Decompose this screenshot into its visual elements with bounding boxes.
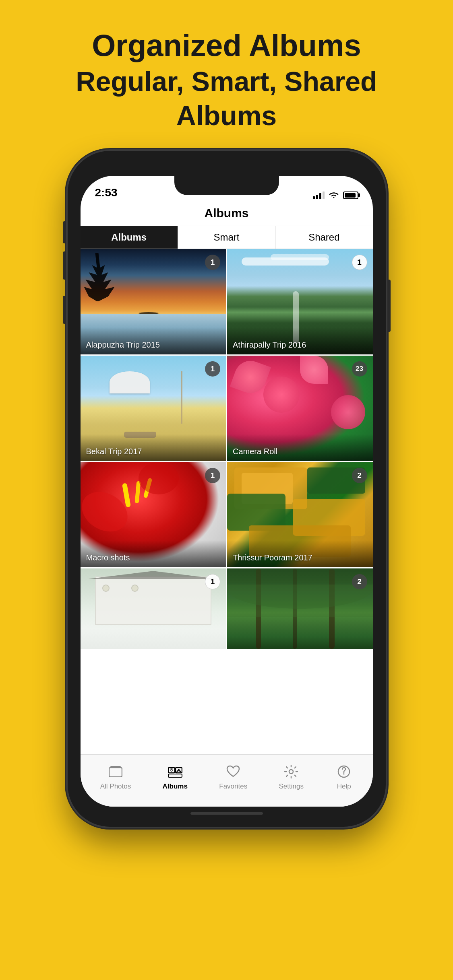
mute-button xyxy=(63,221,66,243)
albums-icon xyxy=(166,763,184,780)
help-icon xyxy=(335,763,353,780)
settings-icon xyxy=(282,763,300,780)
tab-shared[interactable]: Shared xyxy=(275,226,372,249)
all-photos-label: All Photos xyxy=(100,782,131,791)
help-label: Help xyxy=(337,782,351,791)
album-item[interactable]: 1 Alappuzha Trip 2015 xyxy=(81,249,226,354)
signal-icon xyxy=(313,191,325,199)
volume-down-button xyxy=(63,296,66,324)
album-label: Camera Roll xyxy=(227,434,373,461)
power-button xyxy=(387,280,391,332)
album-item[interactable]: 23 Camera Roll xyxy=(227,356,373,461)
title-line2: Regular, Smart, Shared Albums xyxy=(24,64,429,133)
tab-settings[interactable]: Settings xyxy=(279,763,304,791)
tab-smart[interactable]: Smart xyxy=(178,226,275,249)
all-photos-icon xyxy=(107,763,124,780)
album-count-badge: 2 xyxy=(352,468,367,483)
svg-point-6 xyxy=(289,770,293,774)
album-item[interactable]: 2 xyxy=(227,568,373,649)
album-count-badge: 1 xyxy=(205,468,220,483)
tab-favorites[interactable]: Favorites xyxy=(219,763,247,791)
page-title: Organized Albums Regular, Smart, Shared … xyxy=(0,26,453,133)
album-count-badge: 1 xyxy=(205,255,220,270)
nav-title: Albums xyxy=(81,203,373,226)
album-item[interactable]: 1 Bekal Trip 2017 xyxy=(81,356,226,461)
status-time: 2:53 xyxy=(95,186,118,199)
svg-point-4 xyxy=(171,770,172,771)
album-count-badge: 1 xyxy=(205,361,220,377)
svg-rect-0 xyxy=(109,768,122,777)
albums-bottom-label: Albums xyxy=(163,782,188,791)
tab-all-photos[interactable]: All Photos xyxy=(100,763,131,791)
album-item[interactable]: 1 House xyxy=(81,568,226,649)
notch xyxy=(174,176,279,195)
phone-shell: 2:53 xyxy=(68,151,386,827)
svg-rect-1 xyxy=(111,766,120,768)
favorites-icon xyxy=(224,763,242,780)
album-label: Alappuzha Trip 2015 xyxy=(81,327,226,354)
album-count-badge: 23 xyxy=(352,361,367,377)
wifi-icon xyxy=(329,191,339,199)
album-label: Thrissur Pooram 2017 xyxy=(227,540,373,567)
albums-grid: 1 Alappuzha Trip 2015 1 Athirapally Trip… xyxy=(81,249,373,754)
phone-screen: 2:53 xyxy=(81,176,373,807)
album-label: Athirapally Trip 2016 xyxy=(227,327,373,354)
settings-label: Settings xyxy=(279,782,304,791)
title-line1: Organized Albums xyxy=(24,26,429,64)
album-item[interactable]: 2 Thrissur Pooram 2017 xyxy=(227,462,373,568)
album-count-badge: 1 xyxy=(205,574,220,589)
tab-albums-bottom[interactable]: Albums xyxy=(163,763,188,791)
album-count-badge: 1 xyxy=(352,255,367,270)
tab-help[interactable]: Help xyxy=(335,763,353,791)
svg-rect-5 xyxy=(168,774,182,777)
volume-up-button xyxy=(63,251,66,280)
album-item[interactable]: 1 Athirapally Trip 2016 xyxy=(227,249,373,354)
album-count-badge: 2 xyxy=(352,574,367,589)
page-background: Organized Albums Regular, Smart, Shared … xyxy=(0,0,453,980)
home-indicator xyxy=(190,812,263,815)
tab-bar: All Photos xyxy=(81,754,373,807)
segment-control[interactable]: Albums Smart Shared xyxy=(81,226,373,249)
favorites-label: Favorites xyxy=(219,782,247,791)
svg-rect-2 xyxy=(168,768,175,773)
battery-icon xyxy=(343,191,358,199)
album-item[interactable]: 1 Macro shots xyxy=(81,462,226,568)
tab-albums[interactable]: Albums xyxy=(81,226,178,249)
album-label: Bekal Trip 2017 xyxy=(81,434,226,461)
status-icons xyxy=(313,191,358,199)
album-label: Macro shots xyxy=(81,540,226,567)
